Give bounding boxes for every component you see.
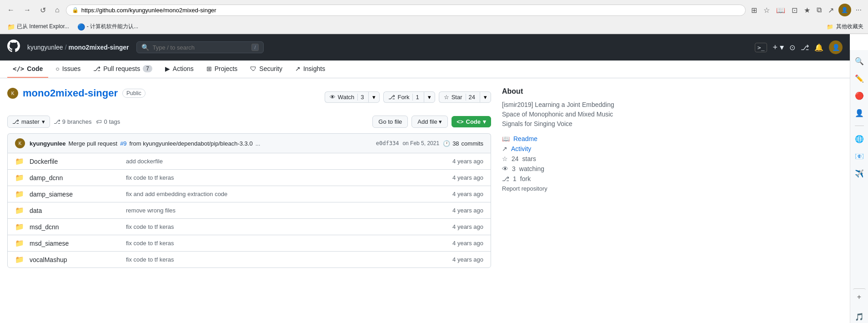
actions-nav-icon: ▶ [165,65,170,72]
more-button[interactable]: ··· [854,4,863,16]
user-avatar[interactable]: 👤 [829,40,843,54]
nav-projects[interactable]: ⊞ Projects [201,61,243,78]
page-container: kyungyunlee / mono2mixed-singer 🔍 / >_ +… [0,34,868,307]
avatar[interactable]: 👤 [838,4,851,16]
file-message-vocalmashup: fix code to tf keras [126,256,447,263]
commit-author-name[interactable]: kyungyunlee [30,140,65,147]
right-user-icon[interactable]: 👤 [853,106,866,119]
reload-button[interactable]: ↺ [37,4,49,16]
file-date-msd-dcnn: 4 years ago [452,223,483,230]
forks-item: ⎇ 1 fork [502,175,629,182]
file-name-dockerfile[interactable]: Dockerfile [30,158,120,165]
branch-selector[interactable]: ⎇ master ▾ [7,116,50,128]
plus-icon[interactable]: + ▾ [773,42,784,52]
file-name-data[interactable]: data [30,207,120,214]
right-plane-icon[interactable]: ✈️ [853,167,866,180]
nav-code[interactable]: </> Code [7,61,48,78]
address-bar[interactable]: 🔒 [66,5,746,16]
file-name-msd-dcnn[interactable]: msd_dcnn [30,223,120,231]
code-button[interactable]: <> Code ▾ [452,116,491,127]
nav-issues[interactable]: ○ Issues [50,61,86,78]
nav-insights[interactable]: ↗ Insights [290,61,331,78]
right-search-icon[interactable]: 🔍 [853,55,866,67]
branches-icon: ⎇ [54,118,60,125]
activity-link[interactable]: ↗ Activity [502,145,629,152]
terminal-icon[interactable]: >_ [755,43,768,52]
star-button[interactable]: ☆ [762,4,772,16]
commit-hash[interactable]: e0df334 [376,140,399,146]
collection-button[interactable]: 📖 [774,4,787,16]
repo-link[interactable]: mono2mixed-singer [69,44,129,51]
file-date-dockerfile: 4 years ago [452,158,483,165]
pr-icon[interactable]: ⎇ [801,43,809,52]
back-button[interactable]: ← [5,4,17,16]
send-button[interactable]: ↗ [826,4,836,16]
notifications-icon[interactable]: 🔔 [814,43,823,52]
repo-body: K mono2mixed-singer Public 👁 Watch 3 [0,78,637,277]
url-input[interactable] [81,7,740,14]
fork-button[interactable]: ⎇ Fork 1 [383,91,423,103]
eye-icon: 👁 [330,94,336,101]
repo-title-section: K mono2mixed-singer Public [7,87,146,99]
bookmark-item-2[interactable]: 🔵 - 计算机软件能力认... [75,22,141,31]
file-date-data: 4 years ago [452,207,483,214]
commit-author-avatar: K [15,138,25,148]
right-edit-icon[interactable]: ✏️ [853,72,866,85]
title-actions-row: K mono2mixed-singer Public 👁 Watch 3 [7,87,491,106]
star-button[interactable]: ☆ Star 24 [439,91,480,103]
home-button[interactable]: ⌂ [52,4,62,16]
star-icon: ☆ [444,94,449,101]
extensions-button[interactable]: ⊞ [749,4,759,16]
branches-link[interactable]: ⎇ 9 branches [54,118,92,125]
branch-icon: ⎇ [12,118,19,125]
readme-link[interactable]: 📖 Readme [502,135,629,142]
report-link[interactable]: Report repository [502,185,629,192]
pr-badge: 7 [143,65,152,72]
bookmark-folder-icon-1: 📁 [7,23,15,30]
watch-button[interactable]: 👁 Watch 3 [325,91,369,103]
browser-action-buttons: ⊞ ☆ 📖 ⊡ ★ ⧉ ↗ 👤 ··· [749,4,863,16]
file-name-vocalmashup[interactable]: vocalMashup [30,256,120,263]
file-name-damp-dcnn[interactable]: damp_dcnn [30,174,120,182]
hub-button[interactable]: ⧉ [815,4,823,16]
fork-dropdown-button[interactable]: ▾ [424,91,435,103]
star-dropdown-button[interactable]: ▾ [480,91,491,103]
commits-count-link[interactable]: 🕐 38 commits [443,140,483,147]
issues-icon[interactable]: ⊙ [789,43,795,52]
forward-button[interactable]: → [21,4,34,16]
file-message-msd-dcnn: fix code to tf keras [126,223,447,230]
search-bar[interactable]: 🔍 / [136,41,264,53]
search-input[interactable] [153,44,248,51]
add-file-button[interactable]: Add file ▾ [411,116,448,128]
right-globe-icon[interactable]: 🌐 [853,132,866,145]
about-title: About [502,87,629,96]
other-bookmarks-label[interactable]: 其他收藏夹 [836,23,863,30]
tags-link[interactable]: 🏷 0 tags [96,118,120,125]
right-red-icon[interactable]: 🔴 [853,89,866,102]
nav-actions[interactable]: ▶ Actions [160,61,199,78]
watch-dropdown-button[interactable]: ▾ [368,91,380,103]
bookmark-item-1[interactable]: 📁 已从 Internet Explor... [5,22,72,31]
favorites-button[interactable]: ★ [802,4,812,16]
nav-security[interactable]: 🛡 Security [245,61,288,78]
owner-link[interactable]: kyungyunlee [27,44,63,51]
github-logo[interactable] [7,40,20,55]
file-name-damp-siamese[interactable]: damp_siamese [30,191,120,198]
file-name-msd-siamese[interactable]: msd_siamese [30,240,120,247]
go-to-file-button[interactable]: Go to file [372,116,408,128]
right-plus-icon[interactable]: + [853,288,866,301]
share-button[interactable]: ⊡ [790,4,799,16]
stars-item: ☆ 24 stars [502,155,629,162]
commit-pr-link[interactable]: #9 [120,140,126,147]
commit-info: kyungyunlee Merge pull request #9 from k… [30,140,371,147]
right-outlook-icon[interactable]: 📧 [853,150,866,162]
code-btn-icon: <> [457,118,463,125]
main-content: kyungyunlee / mono2mixed-singer 🔍 / >_ +… [0,34,850,307]
bookmark-label-2: - 计算机软件能力认... [87,23,138,30]
branch-bar: ⎇ master ▾ ⎇ 9 branches 🏷 [7,116,491,128]
activity-icon: ↗ [502,145,507,152]
projects-nav-icon: ⊞ [206,65,212,72]
nav-pullrequests[interactable]: ⎇ Pull requests 7 [88,61,158,78]
fork-about-icon: ⎇ [502,175,509,182]
repo-name[interactable]: mono2mixed-singer [23,87,118,99]
